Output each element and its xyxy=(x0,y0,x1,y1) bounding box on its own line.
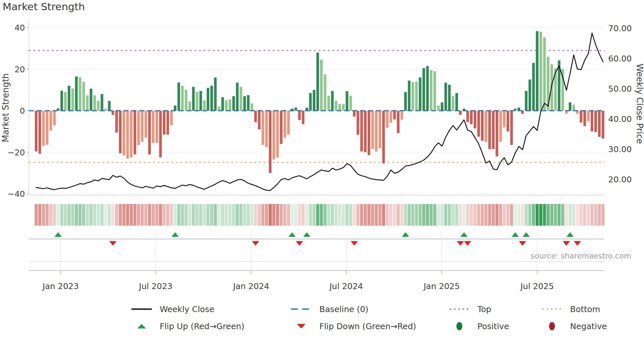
heatmap-cell xyxy=(517,204,520,226)
strength-bar xyxy=(320,60,323,111)
heatmap-cell xyxy=(459,204,462,226)
strength-bar xyxy=(280,111,283,144)
heatmap-cell xyxy=(86,204,89,226)
heatmap-cell xyxy=(67,204,70,226)
strength-bar xyxy=(455,93,458,111)
strength-bar xyxy=(379,111,381,148)
heatmap-cell xyxy=(38,204,41,226)
heatmap-cell xyxy=(254,204,257,226)
heatmap-cell xyxy=(173,204,176,226)
strength-bar xyxy=(437,105,440,111)
legend-flip-up: Flip Up (Red→Green) xyxy=(129,321,244,332)
y-tick-label-left: −40 xyxy=(8,189,25,199)
strength-bar xyxy=(221,97,224,111)
strength-bar xyxy=(536,31,539,111)
strength-bar xyxy=(371,111,374,149)
strength-bar xyxy=(298,111,301,120)
strength-bar xyxy=(174,105,176,111)
heatmap-cell xyxy=(71,204,74,226)
strength-bar xyxy=(331,91,334,111)
strength-bar xyxy=(594,111,597,132)
strength-bar xyxy=(459,111,462,115)
heatmap-cell xyxy=(386,204,389,226)
heatmap-cell xyxy=(349,204,352,226)
strength-bar xyxy=(163,111,166,135)
strength-bar xyxy=(269,111,271,173)
heatmap-cell xyxy=(444,204,447,226)
strength-bar xyxy=(119,111,122,153)
heatmap-cell xyxy=(163,204,166,226)
heatmap-cell xyxy=(130,204,133,226)
heatmap-cell xyxy=(488,204,491,226)
heatmap-cell xyxy=(441,204,444,226)
strength-bar xyxy=(167,111,169,135)
source-credit: source: sharemaestro.com xyxy=(531,252,631,260)
strength-bar xyxy=(247,95,250,111)
heatmap-cell xyxy=(79,204,81,226)
strength-bar xyxy=(251,103,253,111)
y-tick-label-left: 20 xyxy=(14,65,25,74)
strength-bar xyxy=(529,79,531,111)
heatmap-cell xyxy=(316,204,319,226)
y-tick-label-left: 0 xyxy=(20,106,25,116)
strength-bar xyxy=(602,111,604,139)
strength-bar xyxy=(101,94,103,111)
heatmap-cell xyxy=(93,204,96,226)
heatmap-cell xyxy=(525,204,528,226)
strength-bar xyxy=(510,111,513,145)
heatmap-cell xyxy=(568,204,571,226)
strength-bar xyxy=(258,111,261,129)
strength-bar xyxy=(488,111,491,149)
heatmap-cell xyxy=(448,204,451,226)
baseline-dash-icon xyxy=(288,307,314,311)
heatmap-cell xyxy=(433,204,436,226)
strength-bar xyxy=(199,91,202,111)
y-tick-label-left: 40 xyxy=(14,23,25,33)
heatmap-cell xyxy=(550,204,553,226)
legend-positive: Positive xyxy=(447,321,509,332)
strength-bar xyxy=(112,111,114,115)
heatmap-cell xyxy=(236,204,239,226)
y-tick-label-right: 50.00 xyxy=(608,84,632,94)
heatmap-cell xyxy=(422,204,425,226)
strength-bar xyxy=(225,100,228,111)
heatmap-cell xyxy=(148,204,151,226)
heatmap-cell xyxy=(528,204,531,226)
strength-bar xyxy=(302,111,304,124)
heatmap-cell xyxy=(64,204,67,226)
heatmap-cell xyxy=(408,204,411,226)
strength-bar xyxy=(408,80,410,111)
y-tick-label-right: 40.00 xyxy=(608,114,632,124)
x-tick-label: Jan 2025 xyxy=(423,282,460,291)
legend-flip-down: Flip Down (Green→Red) xyxy=(288,321,416,332)
strength-bar xyxy=(203,100,206,111)
strength-bar xyxy=(591,111,593,131)
heatmap-cell xyxy=(429,204,432,226)
heatmap-cell xyxy=(119,204,122,226)
y-tick-label-left: −20 xyxy=(8,148,25,157)
strength-bar xyxy=(38,111,41,154)
strength-bar xyxy=(349,96,352,111)
heatmap-cell xyxy=(115,204,118,226)
heatmap-cell xyxy=(225,204,228,226)
heatmap-cell xyxy=(240,204,242,226)
y-tick-label-right: 70.00 xyxy=(608,24,632,33)
heatmap-cell xyxy=(393,204,396,226)
strength-bar xyxy=(481,111,484,141)
heatmap-cell xyxy=(210,204,213,226)
heatmap-cell xyxy=(46,204,49,226)
flip-down-marker xyxy=(296,241,303,246)
heatmap-cell xyxy=(382,204,385,226)
heatmap-cell xyxy=(342,204,345,226)
heatmap-cell xyxy=(576,204,579,226)
x-tick-label: Jul 2025 xyxy=(520,282,554,291)
strength-bar xyxy=(360,111,363,151)
y-tick-label-right: 30.00 xyxy=(608,145,632,154)
heatmap-cell xyxy=(353,204,356,226)
strength-bar xyxy=(492,111,494,149)
strength-bar xyxy=(448,85,451,111)
heatmap-cell xyxy=(400,204,403,226)
strength-bar xyxy=(386,111,388,128)
strength-bar xyxy=(218,106,220,111)
strength-bar xyxy=(170,111,173,125)
